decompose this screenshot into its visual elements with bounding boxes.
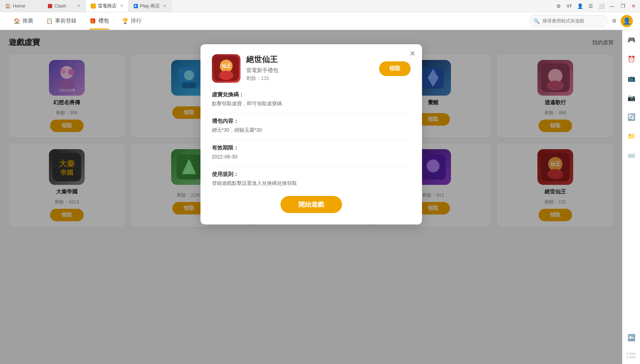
search-input[interactable]	[529, 15, 608, 27]
tab-play-label: Play 商店	[140, 3, 160, 9]
modal-redeem-section: 虛寶兌換碼： 點擊領取虛寶，即可領取虛寶碼	[212, 91, 411, 107]
title-bar-controls: ⚙ VT 👤 ☰ ⬜ — ❐ ✕	[555, 2, 640, 10]
tab-leishop[interactable]: ⚡ 雷電商店 ✕	[86, 0, 129, 12]
header-menu-btn[interactable]: ≡	[612, 17, 616, 25]
modal-divider-2	[212, 140, 411, 140]
svg-text:仙王: 仙王	[221, 63, 231, 69]
modal-gift-desc: 綁元*30，經驗玉露*30	[212, 126, 411, 134]
network-up: 0 Kb/s	[627, 352, 636, 355]
modal-gift-title: 禮包內容：	[212, 118, 411, 125]
main-content: 遊戲虛寶 我的虛寶 幻想名將傳	[0, 30, 640, 364]
tab-clash-label: Clash	[54, 3, 66, 9]
page-area: 遊戲虛寶 我的虛寶 幻想名將傳	[0, 30, 622, 364]
nav-tab-recommend[interactable]: 🏠 推薦	[7, 12, 40, 30]
modal-game-title: 絕世仙王	[246, 54, 373, 65]
tab-home[interactable]: 🏠 Home	[0, 0, 43, 12]
modal-redeem-desc: 點擊領取虛寶，即可領取虛寶碼	[212, 100, 411, 107]
sidebar-icon-clock[interactable]: ⏰	[625, 53, 638, 66]
modal-close-btn[interactable]: ✕	[410, 49, 416, 58]
modal-game-icon: 仙王	[212, 54, 240, 83]
tab-play[interactable]: ▶ Play 商店 ✕	[129, 0, 172, 12]
recommend-icon: 🏠	[14, 18, 20, 24]
search-icon: 🔍	[534, 18, 540, 24]
network-down: 0 Kb/s	[627, 355, 636, 359]
nav-tab-preregister[interactable]: 📋 事前登錄	[40, 12, 83, 30]
modal-validity-date: 2022-06-30	[212, 153, 411, 161]
modal-header: 仙王 絕世仙王 雷電新手禮包 剩餘：131 領取	[212, 54, 411, 83]
gift-icon: 🎁	[89, 18, 96, 24]
account-icon[interactable]: 👤	[576, 2, 584, 10]
nav-tabs: 🏠 推薦 📋 事前登錄 🎁 禮包 🏆 排行	[7, 12, 519, 30]
tab-play-close[interactable]: ✕	[163, 4, 166, 8]
settings-icon[interactable]: ⚙	[555, 2, 562, 10]
title-bar: 🏠 Home Clash ✕ ⚡ 雷電商店 ✕ ▶ Play 商店 ✕ ⚙ VT…	[0, 0, 640, 12]
nav-tab-gift-label: 禮包	[98, 17, 109, 24]
nav-tab-recommend-label: 推薦	[23, 17, 33, 24]
modal-game-info: 絕世仙王 雷電新手禮包 剩餘：131	[246, 54, 373, 82]
sidebar-icon-sync[interactable]: 🔄	[625, 111, 638, 123]
header-avatar[interactable]: 👤	[621, 15, 633, 27]
network-info: 0 Kb/s 0 Kb/s	[627, 350, 636, 360]
preregister-icon: 📋	[46, 18, 53, 24]
maximize-icon[interactable]: ⬜	[598, 2, 605, 10]
minimize-btn[interactable]: —	[609, 2, 616, 10]
sidebar-icon-controller[interactable]: 🎮	[625, 34, 638, 46]
restore-btn[interactable]: ❐	[619, 2, 626, 10]
modal-rules-section: 使用規則： 登錄遊戲點擊設置進入兌換碼兌換領取	[212, 171, 411, 187]
svg-point-28	[219, 71, 233, 80]
modal-overlay[interactable]: ✕ 仙王 絕世仙王 雷電新手禮包 剩餘：131	[0, 30, 622, 364]
nav-tab-ranking-label: 排行	[131, 17, 142, 24]
sidebar-icon-camera[interactable]: 📷	[625, 91, 638, 104]
nav-tab-preregister-label: 事前登錄	[55, 17, 76, 24]
sidebar-icon-folder[interactable]: 📁	[625, 130, 638, 143]
modal-game-remain: 剩餘：131	[246, 75, 373, 82]
tab-leishop-close[interactable]: ✕	[120, 4, 123, 8]
modal-redeem-title: 虛寶兌換碼：	[212, 91, 411, 98]
sidebar-icon-arrow[interactable]: ⬅️	[625, 331, 638, 344]
sidebar-icon-keyboard[interactable]: ⌨️	[625, 149, 638, 162]
modal-rules-title: 使用規則：	[212, 171, 411, 178]
nav-tab-gift[interactable]: 🎁 禮包	[83, 12, 115, 30]
tab-group: 🏠 Home Clash ✕ ⚡ 雷電商店 ✕ ▶ Play 商店 ✕	[0, 0, 172, 12]
modal-start-game-btn[interactable]: 開始遊戲	[281, 196, 342, 213]
right-sidebar: 🎮 ⏰ 📺 📷 🔄 📁 ⌨️ ⬅️ 0 Kb/s 0 Kb/s	[622, 30, 640, 364]
modal-validity-title: 有效期限：	[212, 145, 411, 151]
tab-leishop-label: 雷電商店	[98, 3, 116, 9]
ranking-icon: 🏆	[122, 18, 129, 24]
tab-clash[interactable]: Clash ✕	[43, 0, 86, 12]
app-header: 🏠 推薦 📋 事前登錄 🎁 禮包 🏆 排行 🔍 ≡ 👤	[0, 12, 640, 30]
nav-tab-ranking[interactable]: 🏆 排行	[115, 12, 148, 30]
modal-dialog: ✕ 仙王 絕世仙王 雷電新手禮包 剩餘：131	[200, 44, 422, 224]
search-wrap: 🔍	[529, 15, 608, 27]
modal-gift-section: 禮包內容： 綁元*30，經驗玉露*30	[212, 118, 411, 134]
modal-divider-3	[212, 166, 411, 167]
sidebar-icon-screen[interactable]: 📺	[625, 72, 638, 85]
modal-claim-btn[interactable]: 領取	[379, 61, 411, 76]
nav-search-area: 🔍 ≡ 👤	[529, 15, 633, 27]
tab-home-label: Home	[13, 3, 25, 9]
modal-rules-desc: 登錄遊戲點擊設置進入兌換碼兌換領取	[212, 179, 411, 187]
modal-divider-1	[212, 113, 411, 113]
vt-icon[interactable]: VT	[566, 2, 573, 10]
close-btn[interactable]: ✕	[630, 2, 637, 10]
modal-game-subtitle: 雷電新手禮包	[246, 67, 373, 74]
modal-validity-section: 有效期限： 2022-06-30	[212, 145, 411, 161]
menu-icon[interactable]: ☰	[587, 2, 594, 10]
tab-clash-close[interactable]: ✕	[77, 4, 80, 8]
